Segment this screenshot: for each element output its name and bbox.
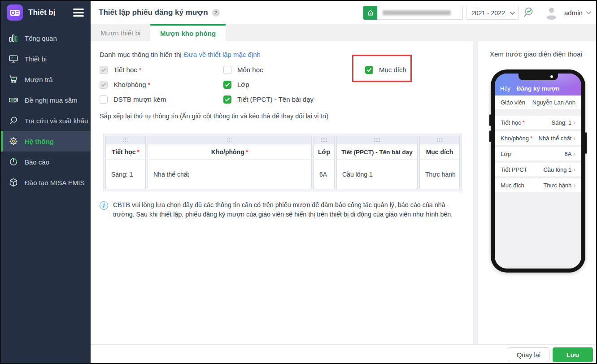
app-window: Thiết bị Tổng quan Thiết bị Mượn trả bbox=[0, 0, 597, 364]
reset-defaults-link[interactable]: Đưa về thiết lập mặc định bbox=[184, 51, 261, 58]
phone-screen: Hủy Đăng ký mượn Giáo viên Nguyễn Lan An… bbox=[495, 74, 581, 269]
sidebar-item-muon-tra[interactable]: Mượn trả bbox=[1, 69, 91, 90]
drag-handle-icon[interactable] bbox=[314, 136, 334, 144]
sort-hint: Sắp xếp lại thứ tự thông tin (Ấn giữ cột… bbox=[100, 113, 328, 120]
checkbox-box bbox=[100, 81, 108, 89]
checkbox-column-2: Môn học Lớp Tiết (PPCT) - Tên bài dạy bbox=[223, 62, 314, 107]
checkbox-mon-hoc[interactable]: Môn học bbox=[223, 62, 314, 77]
sidebar-logo-row: Thiết bị bbox=[1, 1, 91, 24]
page-title: Thiết lập phiếu đăng ký mượn bbox=[99, 8, 208, 17]
checkbox-dstb-muon-kem[interactable]: DSTB mượn kèm bbox=[100, 92, 166, 107]
section-label: Danh mục thông tin hiển thị bbox=[100, 51, 182, 58]
topbar: Thiết lập phiếu đăng ký mượn ? 2021 - 20… bbox=[91, 1, 597, 24]
gear-icon bbox=[8, 136, 19, 147]
chevron-down-icon bbox=[510, 9, 515, 14]
info-note-text: CBTB vui lòng lựa chọn đầy đủ các thông … bbox=[113, 200, 468, 219]
drag-handle-icon[interactable] bbox=[420, 136, 459, 144]
home-button[interactable] bbox=[363, 6, 377, 20]
phone-row-kho-phong[interactable]: Kho/phòng* Nhà thể chất› bbox=[495, 131, 581, 145]
column-order-table: Tiết học* Sáng: 1 Kho/phòng* Nhà thể chấ… bbox=[103, 134, 462, 191]
school-year-dropdown[interactable]: 2021 - 2022 bbox=[466, 6, 519, 20]
phone-row-muc-dich[interactable]: Mục đích Thực hành› bbox=[495, 178, 581, 192]
table-column-lop[interactable]: Lớp 6A bbox=[314, 136, 335, 189]
sidebar-item-tong-quan[interactable]: Tổng quan bbox=[1, 28, 91, 48]
info-icon: i bbox=[100, 201, 108, 210]
projector-icon bbox=[8, 95, 19, 105]
checkbox-box bbox=[223, 81, 231, 89]
checkbox-box bbox=[223, 95, 231, 104]
phone-power-button bbox=[585, 132, 587, 154]
sidebar-item-bao-cao[interactable]: Báo cáo bbox=[1, 152, 91, 172]
chevron-right-icon: › bbox=[573, 119, 575, 126]
sidebar-item-he-thong[interactable]: Hệ thống bbox=[1, 131, 91, 152]
help-icon[interactable]: ? bbox=[212, 9, 220, 17]
table-cell: Nhà thể chất bbox=[148, 160, 311, 189]
phone-camera-dot bbox=[550, 75, 553, 78]
phone-row-lop[interactable]: Lớp 6A› bbox=[495, 147, 581, 160]
school-year-value: 2021 - 2022 bbox=[471, 9, 505, 17]
table-cell: 6A bbox=[314, 160, 334, 189]
table-cell: Cầu lông 1 bbox=[337, 160, 417, 189]
sidebar-nav: Tổng quan Thiết bị Mượn trả Đề nghị mua … bbox=[1, 28, 91, 193]
phone-row-tiet-ppct[interactable]: Tiết PPCT Cầu lông 1› bbox=[495, 163, 581, 176]
checkbox-box bbox=[365, 66, 373, 74]
phone-preview-panel: Xem trước giao diện điện thoại Hủy Đăng … bbox=[478, 41, 597, 344]
table-cell: Sáng: 1 bbox=[106, 160, 145, 189]
checkbox-kho-phong[interactable]: Kho/phòng * bbox=[100, 77, 166, 92]
checkbox-box bbox=[100, 95, 108, 104]
sidebar-item-de-nghi-mua-sam[interactable]: Đề nghị mua sắm bbox=[1, 90, 91, 110]
checkbox-column-3: Mục đích bbox=[365, 62, 406, 77]
table-column-kho-phong[interactable]: Kho/phòng* Nhà thể chất bbox=[148, 136, 312, 189]
tabbar: Mượn thiết bị Mượn kho phòng bbox=[91, 24, 597, 41]
cube-icon bbox=[8, 177, 19, 188]
sidebar-item-thiet-bi[interactable]: Thiết bị bbox=[1, 48, 91, 69]
bar-chart-icon bbox=[8, 33, 19, 43]
username: admin bbox=[564, 9, 583, 17]
table-column-tiet-hoc[interactable]: Tiết học* Sáng: 1 bbox=[105, 136, 146, 189]
table-column-tiet-ppct[interactable]: Tiết (PPCT) - Tên bài dạy Cầu lông 1 bbox=[336, 136, 418, 189]
back-button[interactable]: Quay lại bbox=[508, 347, 549, 362]
sidebar-item-dao-tao[interactable]: Đào tạo MISA EMIS bbox=[1, 172, 91, 193]
monitor-icon bbox=[8, 53, 19, 64]
phone-volume-button bbox=[489, 130, 491, 142]
save-button[interactable]: Lưu bbox=[553, 347, 593, 362]
school-name-redacted bbox=[377, 6, 463, 20]
chevron-right-icon: › bbox=[573, 166, 575, 173]
drag-handle-icon[interactable] bbox=[337, 136, 417, 144]
table-column-muc-dich[interactable]: Mục đích Thực hành bbox=[419, 136, 460, 189]
sidebar: Thiết bị Tổng quan Thiết bị Mượn trả bbox=[1, 1, 91, 363]
drag-handle-icon[interactable] bbox=[106, 136, 145, 144]
phone-cancel-button[interactable]: Hủy bbox=[500, 85, 510, 92]
tab-muon-thiet-bi[interactable]: Mượn thiết bị bbox=[91, 24, 150, 41]
phone-row-giao-vien: Giáo viên Nguyễn Lan Anh bbox=[495, 95, 581, 109]
content-scrollbar[interactable] bbox=[473, 41, 478, 344]
school-selector[interactable] bbox=[363, 6, 463, 20]
chevron-down-icon bbox=[586, 9, 591, 14]
chevron-right-icon: › bbox=[573, 150, 575, 157]
checkbox-muc-dich[interactable]: Mục đích bbox=[365, 62, 406, 77]
table-cell: Thực hành bbox=[420, 160, 459, 189]
phone-row-tiet-hoc[interactable]: Tiết học* Sáng: 1› bbox=[495, 116, 581, 129]
chevron-right-icon: › bbox=[573, 134, 575, 142]
phone-notch bbox=[519, 74, 558, 80]
footer-bar: Quay lại Lưu bbox=[91, 344, 597, 364]
search-analytics-icon[interactable] bbox=[523, 6, 536, 19]
app-logo-projector-icon bbox=[7, 4, 23, 21]
info-note: i CBTB vui lòng lựa chọn đầy đủ các thôn… bbox=[100, 200, 468, 219]
tab-muon-kho-phong[interactable]: Mượn kho phòng bbox=[150, 24, 226, 41]
user-menu[interactable]: admin bbox=[564, 1, 590, 24]
drag-handle-icon[interactable] bbox=[148, 136, 311, 144]
app-title: Thiết bị bbox=[28, 8, 55, 17]
checkbox-tiet-ppct[interactable]: Tiết (PPCT) - Tên bài dạy bbox=[223, 92, 314, 107]
phone-volume-button bbox=[489, 114, 491, 126]
checkbox-tiet-hoc[interactable]: Tiết học * bbox=[100, 62, 166, 77]
search-icon bbox=[8, 115, 19, 126]
preview-title: Xem trước giao diện điện thoại bbox=[490, 50, 582, 58]
menu-toggle-icon[interactable] bbox=[73, 9, 84, 17]
chevron-right-icon: › bbox=[573, 182, 575, 189]
checkbox-lop[interactable]: Lớp bbox=[223, 77, 314, 92]
checkbox-column-1: Tiết học * Kho/phòng * DSTB mượn kèm bbox=[100, 62, 166, 107]
cart-icon bbox=[8, 74, 19, 85]
sidebar-item-tra-cuu[interactable]: Tra cứu và xuất khẩu bbox=[1, 110, 91, 131]
user-avatar[interactable] bbox=[544, 5, 559, 20]
